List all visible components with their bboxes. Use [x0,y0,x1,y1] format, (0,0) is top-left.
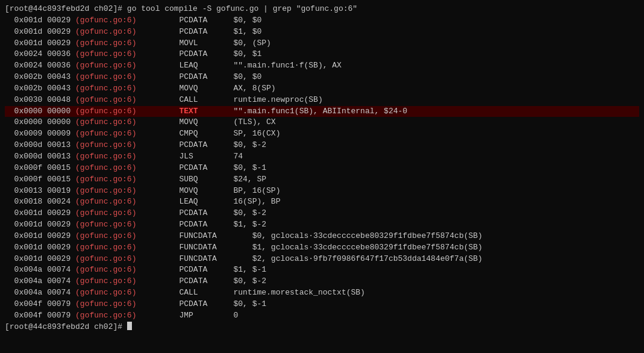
col-num: 00048 [47,95,75,106]
terminal: [root@44c893febd2d ch02]# go tool compil… [0,0,644,353]
col-addr: 0x0024 [5,49,47,60]
col-instr: PCDATA [179,208,233,219]
col-instr: PCDATA [179,163,233,174]
table-row: 0x000d 00013 (gofunc.go:6) JLS 74 [5,151,639,163]
col-file: (gofunc.go:6) [75,196,142,208]
col-instr: FUNCDATA [179,242,233,254]
col-args: $2, gclocals·9fb7f0986f647f17cb53dda1484… [233,254,482,265]
table-row: 0x0030 00048 (gofunc.go:6) CALL runtime.… [5,95,639,106]
col-num: 00009 [47,128,75,140]
table-row: 0x002b 00043 (gofunc.go:6) PCDATA $0, $0 [5,72,639,83]
col-file: (gofunc.go:6) [75,27,142,38]
col-args: $1, gclocals·33cdeccccebe80329f1fdbee7f5… [233,242,482,254]
col-addr: 0x0000 [5,106,47,117]
table-row: 0x0013 00019 (gofunc.go:6) MOVQ BP, 16(S… [5,186,639,197]
table-row: 0x0000 00000 (gofunc.go:6) MOVQ (TLS), C… [5,117,639,128]
col-addr: 0x001d [5,231,47,242]
col-file: (gofunc.go:6) [75,163,142,174]
col-num: 00074 [47,287,75,299]
col-num: 00029 [47,15,75,27]
col-num: 00000 [47,106,75,117]
col-num: 00013 [47,140,75,151]
col-num: 00029 [47,231,75,242]
col-file: (gofunc.go:6) [75,276,142,287]
col-args: runtime.morestack_noctxt(SB) [233,287,364,299]
table-row: 0x001d 00029 (gofunc.go:6) PCDATA $0, $0 [5,15,639,27]
col-file: (gofunc.go:6) [75,231,142,242]
col-instr: PCDATA [179,15,233,27]
col-file: (gofunc.go:6) [75,15,142,27]
col-file: (gofunc.go:6) [75,60,142,72]
col-args: $0, (SP) [233,38,270,49]
col-num: 00036 [47,49,75,60]
col-addr: 0x001d [5,15,47,27]
table-row: 0x0000 00000 (gofunc.go:6) TEXT "".main.… [5,106,639,117]
col-addr: 0x004f [5,299,47,310]
col-addr: 0x0018 [5,196,47,208]
col-args: $1, $-1 [233,264,266,276]
col-num: 00029 [47,254,75,265]
col-args: "".main.func1·f(SB), AX [233,60,341,72]
col-addr: 0x0009 [5,128,47,140]
col-file: (gofunc.go:6) [75,95,142,106]
col-instr: JLS [179,151,233,163]
col-instr: MOVQ [179,83,233,95]
col-args: 74 [233,151,243,163]
col-file: (gofunc.go:6) [75,140,142,151]
col-file: (gofunc.go:6) [75,83,142,95]
col-addr: 0x001d [5,219,47,231]
col-file: (gofunc.go:6) [75,310,142,322]
col-file: (gofunc.go:6) [75,72,142,83]
col-args: $0, $-2 [233,208,266,219]
col-addr: 0x001d [5,242,47,254]
col-args: "".main.func1(SB), ABIInternal, $24-0 [233,106,407,117]
col-addr: 0x0030 [5,95,47,106]
col-args: $24, SP [233,174,266,186]
table-row: 0x000d 00013 (gofunc.go:6) PCDATA $0, $-… [5,140,639,151]
col-addr: 0x002b [5,83,47,95]
col-instr: PCDATA [179,276,233,287]
col-num: 00079 [47,299,75,310]
col-file: (gofunc.go:6) [75,174,142,186]
col-args: (TLS), CX [233,117,275,128]
col-instr: FUNCDATA [179,254,233,265]
table-row: 0x000f 00015 (gofunc.go:6) SUBQ $24, SP [5,174,639,186]
col-addr: 0x0024 [5,60,47,72]
col-file: (gofunc.go:6) [75,219,142,231]
col-instr: TEXT [179,106,233,117]
col-args: AX, 8(SP) [233,83,275,95]
col-num: 00043 [47,72,75,83]
col-file: (gofunc.go:6) [75,299,142,310]
col-args: $0, $0 [233,15,261,27]
col-num: 00043 [47,83,75,95]
table-row: 0x0018 00024 (gofunc.go:6) LEAQ 16(SP), … [5,196,639,208]
col-args: 0 [233,310,238,322]
col-args: $0, $-2 [233,276,266,287]
col-num: 00029 [47,242,75,254]
table-row: 0x004f 00079 (gofunc.go:6) JMP 0 [5,310,639,322]
col-instr: FUNCDATA [179,231,233,242]
col-args: 16(SP), BP [233,196,280,208]
col-file: (gofunc.go:6) [75,254,142,265]
col-num: 00019 [47,186,75,197]
col-addr: 0x000d [5,140,47,151]
col-addr: 0x001d [5,27,47,38]
table-row: 0x0024 00036 (gofunc.go:6) PCDATA $0, $1 [5,49,639,60]
col-args: $0, $-2 [233,140,266,151]
col-args: SP, 16(CX) [233,128,280,140]
col-instr: SUBQ [179,174,233,186]
table-row: 0x004a 00074 (gofunc.go:6) PCDATA $1, $-… [5,264,639,276]
col-instr: PCDATA [179,299,233,310]
col-file: (gofunc.go:6) [75,287,142,299]
col-num: 00029 [47,38,75,49]
col-instr: PCDATA [179,72,233,83]
table-row: 0x001d 00029 (gofunc.go:6) PCDATA $1, $-… [5,219,639,231]
col-file: (gofunc.go:6) [75,128,142,140]
col-addr: 0x001d [5,38,47,49]
col-num: 00015 [47,163,75,174]
col-instr: MOVQ [179,117,233,128]
table-row: 0x004a 00074 (gofunc.go:6) PCDATA $0, $-… [5,276,639,287]
col-file: (gofunc.go:6) [75,49,142,60]
table-row: 0x0024 00036 (gofunc.go:6) LEAQ "".main.… [5,60,639,72]
col-args: $0, $1 [233,49,261,60]
